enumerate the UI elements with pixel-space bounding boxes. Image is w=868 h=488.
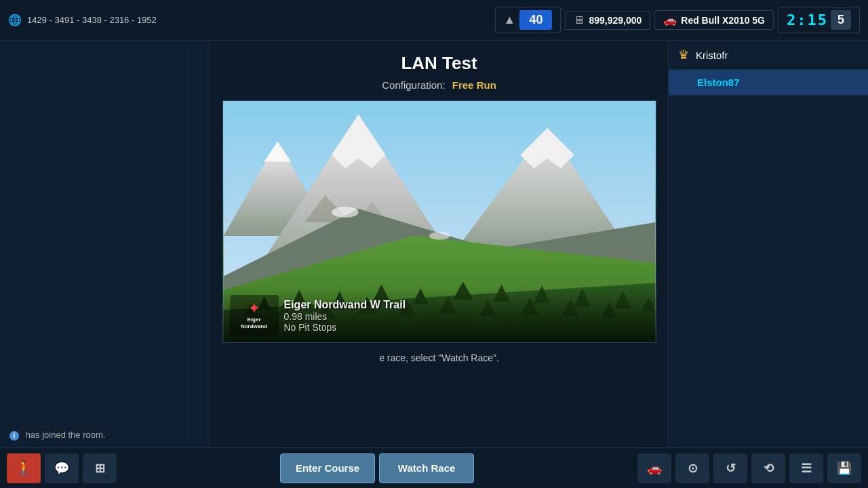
replay-button[interactable]: ↺ bbox=[713, 453, 747, 483]
save-icon: 💾 bbox=[837, 461, 852, 476]
chat-message: has joined the room. bbox=[26, 430, 106, 440]
player-row-active: Elston87 bbox=[669, 70, 868, 96]
replay-icon: ↺ bbox=[726, 461, 736, 476]
main-content: LAN Test Configuration: Free Run bbox=[210, 41, 668, 447]
watch-race-button[interactable]: Watch Race bbox=[379, 453, 474, 483]
server-ids-text: 1429 - 3491 - 3438 - 2316 - 1952 bbox=[27, 15, 157, 25]
car-value: Red Bull X2010 5G bbox=[681, 15, 765, 26]
car-select-button[interactable]: 🚗 bbox=[637, 453, 671, 483]
loop-icon: ⟲ bbox=[764, 461, 774, 476]
crown-icon: ♛ bbox=[678, 47, 689, 62]
chat-area: i has joined the room. bbox=[0, 423, 210, 447]
config-line: Configuration: Free Run bbox=[382, 79, 496, 91]
chat-icon-btn: 💬 bbox=[54, 461, 69, 476]
track-logo-text: ✦ Eiger Nordwand bbox=[241, 300, 267, 329]
watch-race-label: Watch Race bbox=[398, 462, 455, 474]
list-button[interactable]: ☰ bbox=[789, 453, 823, 483]
config-value: Free Run bbox=[452, 79, 496, 91]
track-info-overlay: ✦ Eiger Nordwand Eiger Nordwand W Trail … bbox=[223, 289, 656, 342]
camera-icon: ⊙ bbox=[688, 461, 698, 476]
top-bar: 🌐 1429 - 3491 - 3438 - 2316 - 1952 ▲ 40 … bbox=[0, 0, 868, 41]
logo-name: Eiger Nordwand bbox=[241, 317, 267, 329]
enter-course-label: Enter Course bbox=[296, 462, 359, 474]
right-panel: ♛ Kristofr Elston87 bbox=[668, 41, 868, 447]
money-stat: 🖥 899,929,000 bbox=[565, 11, 650, 30]
car-icon: 🚗 bbox=[663, 14, 677, 26]
car-select-icon: 🚗 bbox=[647, 461, 662, 476]
track-logo: ✦ Eiger Nordwand bbox=[230, 295, 279, 336]
player-row-host: ♛ Kristofr bbox=[669, 41, 868, 70]
track-distance: 0.98 miles bbox=[284, 311, 645, 322]
car-stat: 🚗 Red Bull X2010 5G bbox=[654, 10, 774, 30]
info-icon: i bbox=[9, 431, 19, 441]
right-buttons-group: 🚗 ⊙ ↺ ⟲ ☰ 💾 bbox=[637, 453, 861, 483]
lap-badge: 5 bbox=[831, 10, 851, 30]
players-list: ♛ Kristofr Elston87 bbox=[669, 41, 868, 96]
level-badge: 40 bbox=[519, 10, 552, 30]
player-name-2: Elston87 bbox=[697, 77, 740, 88]
timer-stat: 2:15 5 bbox=[778, 7, 860, 33]
track-pitstops: No Pit Stops bbox=[284, 322, 645, 333]
server-info: 🌐 1429 - 3491 - 3438 - 2316 - 1952 bbox=[8, 14, 157, 26]
split-button[interactable]: ⊞ bbox=[83, 453, 117, 483]
player-name-1: Kristofr bbox=[696, 49, 728, 61]
money-value: 899,929,000 bbox=[589, 15, 642, 26]
svg-point-34 bbox=[331, 207, 358, 218]
split-icon: ⊞ bbox=[95, 461, 105, 476]
bottom-bar: 🚶 💬 ⊞ Enter Course Watch Race 🚗 ⊙ ↺ ⟲ ☰ bbox=[0, 447, 868, 488]
level-stat: ▲ 40 bbox=[495, 7, 561, 33]
level-icon: ▲ bbox=[504, 13, 516, 27]
session-title: LAN Test bbox=[401, 53, 477, 74]
top-bar-right: ▲ 40 🖥 899,929,000 🚗 Red Bull X2010 5G 2… bbox=[495, 7, 860, 33]
camera-button[interactable]: ⊙ bbox=[675, 453, 709, 483]
left-panel: i has joined the room. bbox=[0, 41, 210, 447]
save-button[interactable]: 💾 bbox=[827, 453, 861, 483]
exit-icon: 🚶 bbox=[15, 460, 33, 477]
track-preview: ✦ Eiger Nordwand Eiger Nordwand W Trail … bbox=[222, 100, 656, 343]
track-name: Eiger Nordwand W Trail bbox=[284, 299, 645, 311]
svg-point-35 bbox=[429, 232, 450, 240]
instruction-text: e race, select "Watch Race". bbox=[379, 352, 499, 363]
globe-icon: 🌐 bbox=[8, 14, 22, 26]
timer-display: 2:15 bbox=[787, 12, 828, 28]
config-label: Configuration: bbox=[382, 79, 445, 91]
loop-button[interactable]: ⟲ bbox=[751, 453, 785, 483]
chat-button[interactable]: 💬 bbox=[45, 453, 79, 483]
list-icon: ☰ bbox=[801, 461, 812, 476]
enter-course-button[interactable]: Enter Course bbox=[280, 453, 375, 483]
exit-button[interactable]: 🚶 bbox=[7, 453, 41, 483]
money-icon: 🖥 bbox=[574, 14, 585, 26]
